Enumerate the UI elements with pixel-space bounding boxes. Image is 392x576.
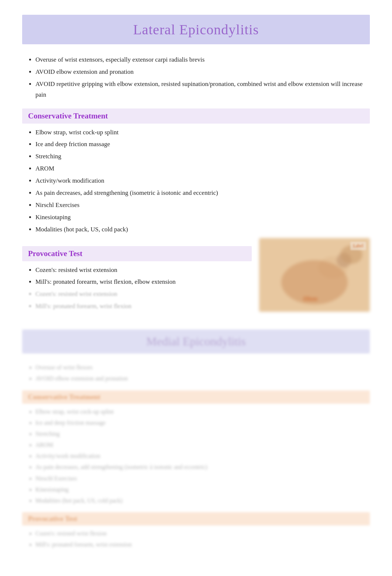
- provocative-section: Provocative Test Cozen's: resisted wrist…: [22, 238, 370, 315]
- svg-text:Elbow: Elbow: [303, 296, 318, 302]
- intro-item-3: AVOID repetitive gripping with elbow ext…: [35, 79, 370, 100]
- blurred-intro-list: Overuse of wrist flexors AVOID elbow ext…: [22, 362, 370, 383]
- blurred-ct-8: Kinesiotaping: [35, 484, 370, 494]
- blurred-ct-6: As pain decreases, add strengthening (is…: [35, 462, 370, 472]
- ct-item-1: Elbow strap, wrist cock-up splint: [35, 127, 370, 138]
- pt-item-3-blurred: Cozen's: resisted wrist extension: [35, 289, 252, 300]
- intro-item-1: Overuse of wrist extensors, especially e…: [35, 55, 370, 65]
- svg-point-2: [318, 256, 348, 279]
- blurred-intro-2: AVOID elbow extension and pronation: [35, 373, 370, 383]
- conservative-treatment-list: Elbow strap, wrist cock-up splint Ice an…: [22, 127, 370, 235]
- pt-item-4-blurred: Mill's: pronated forearm, wrist flexion: [35, 301, 252, 312]
- blurred-title-bar: Medial Epicondylitis: [22, 330, 370, 353]
- intro-item-2: AVOID elbow extension and pronation: [35, 67, 370, 77]
- blurred-provocative-list: Cozen's: resisted wrist flexion Mill's: …: [22, 528, 370, 549]
- svg-point-3: [337, 253, 351, 268]
- blurred-intro-1: Overuse of wrist flexors: [35, 362, 370, 372]
- ct-item-9: Modalities (hot pack, US, cold pack): [35, 224, 370, 235]
- image-label-box: Label: [350, 242, 366, 250]
- ct-item-2: Ice and deep friction massage: [35, 139, 370, 150]
- intro-list: Overuse of wrist extensors, especially e…: [22, 55, 370, 100]
- blurred-conservative-heading: Conservative Treatment: [22, 390, 370, 404]
- ct-item-5: Activity/work modification: [35, 176, 370, 186]
- ct-item-3: Stretching: [35, 151, 370, 162]
- page-title: Lateral Epicondylitis: [133, 22, 259, 37]
- blurred-ct-2: Ice and deep friction massage: [35, 418, 370, 428]
- provocative-test-heading: Provocative Test: [22, 246, 252, 261]
- ct-item-7: Nirschl Exercises: [35, 200, 370, 211]
- blurred-ct-7: Nirschl Exercises: [35, 473, 370, 483]
- blurred-pt-2: Mill's: pronated forearm, wrist extensio…: [35, 539, 370, 549]
- blurred-provocative-heading: Provocative Test: [22, 512, 370, 525]
- provocative-image-area: Elbow Label: [259, 238, 370, 312]
- title-bar: Lateral Epicondylitis: [22, 15, 370, 44]
- blurred-title: Medial Epicondylitis: [146, 335, 245, 348]
- ct-item-8: Kinesiotaping: [35, 212, 370, 223]
- conservative-treatment-heading: Conservative Treatment: [22, 108, 370, 124]
- pt-item-1: Cozen's: resisted wrist extension: [35, 265, 252, 276]
- blurred-pt-1: Cozen's: resisted wrist flexion: [35, 528, 370, 538]
- blurred-ct-1: Elbow strap, wrist cock-up splint: [35, 407, 370, 417]
- blurred-ct-4: AROM: [35, 440, 370, 450]
- blurred-ct-3: Stretching: [35, 429, 370, 439]
- provocative-test-list: Cozen's: resisted wrist extension Mill's…: [22, 265, 252, 312]
- blurred-ct-5: Activity/work modification: [35, 451, 370, 461]
- pt-item-2: Mill's: pronated forearm, wrist flexion,…: [35, 277, 252, 287]
- ct-item-4: AROM: [35, 163, 370, 174]
- blurred-content: Medial Epicondylitis Overuse of wrist fl…: [22, 330, 370, 549]
- page-container: Lateral Epicondylitis Overuse of wrist e…: [0, 0, 392, 573]
- blurred-ct-9: Modalities (hot pack, US, cold pack): [35, 496, 370, 506]
- provocative-left: Provocative Test Cozen's: resisted wrist…: [22, 238, 252, 315]
- blurred-conservative-list: Elbow strap, wrist cock-up splint Ice an…: [22, 407, 370, 506]
- ct-item-6: As pain decreases, add strengthening (is…: [35, 188, 370, 199]
